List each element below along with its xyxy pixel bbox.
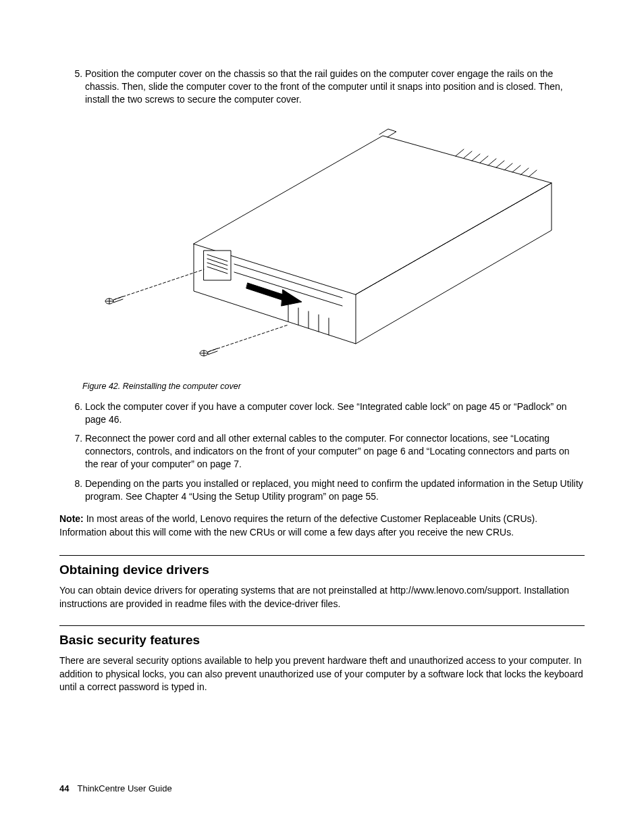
- svg-line-24: [109, 269, 204, 301]
- svg-line-4: [488, 159, 496, 165]
- doc-title: ThinkCentre User Guide: [77, 783, 171, 793]
- svg-line-6: [504, 163, 512, 170]
- svg-marker-22: [246, 283, 285, 301]
- svg-line-15: [234, 264, 342, 298]
- figure-caption: Figure 42. Reinstalling the computer cov…: [82, 382, 585, 391]
- document-page: Position the computer cover on the chass…: [0, 0, 644, 834]
- step-list-upper: Position the computer cover on the chass…: [59, 68, 585, 106]
- note-paragraph: Note: In most areas of the world, Lenovo…: [59, 513, 585, 539]
- section-body-security: There are several security options avail…: [59, 654, 585, 694]
- note-text: In most areas of the world, Lenovo requi…: [59, 513, 537, 538]
- svg-line-8: [520, 168, 529, 175]
- section-heading-security: Basic security features: [59, 633, 585, 648]
- svg-line-3: [480, 156, 488, 163]
- step-8: Depending on the parts you installed or …: [85, 477, 585, 503]
- svg-line-1: [464, 151, 472, 158]
- section-body-drivers: You can obtain device drivers for operat…: [59, 584, 585, 610]
- section-heading-drivers: Obtaining device drivers: [59, 563, 585, 577]
- svg-line-0: [456, 149, 464, 156]
- svg-line-7: [512, 165, 520, 172]
- svg-line-2: [472, 154, 480, 161]
- step-7: Reconnect the power cord and all other e…: [85, 432, 585, 471]
- svg-line-5: [496, 161, 504, 167]
- step-6: Lock the computer cover if you have a co…: [85, 400, 585, 426]
- section-divider: [59, 625, 585, 626]
- svg-line-9: [529, 170, 537, 177]
- page-footer: 44ThinkCentre User Guide: [59, 783, 172, 793]
- note-label: Note:: [59, 513, 84, 524]
- section-divider: [59, 555, 585, 556]
- page-number: 44: [59, 783, 69, 793]
- figure-computer-cover: [86, 115, 558, 372]
- step-5: Position the computer cover on the chass…: [85, 68, 585, 106]
- step-list-lower: Lock the computer cover if you have a co…: [59, 400, 585, 503]
